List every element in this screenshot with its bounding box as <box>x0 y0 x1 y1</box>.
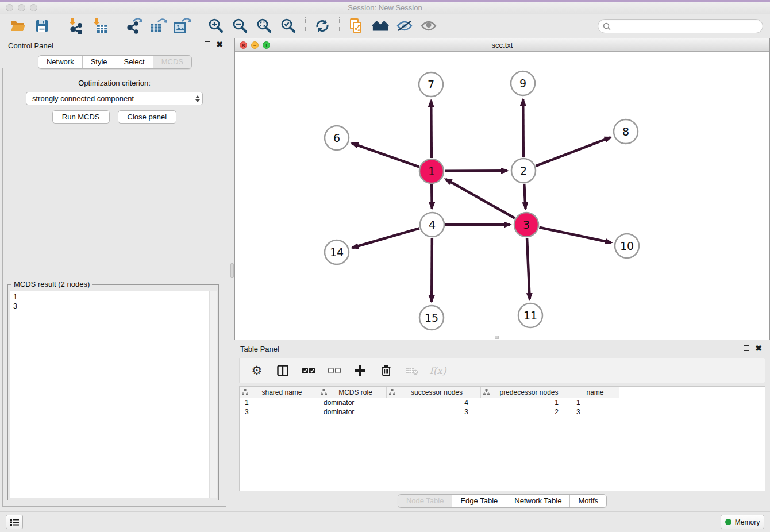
graph-edge-3-1[interactable] <box>445 179 515 218</box>
graph-node-7[interactable]: 7 <box>419 72 443 97</box>
memory-button[interactable]: Memory <box>721 515 764 529</box>
graph-node-10[interactable]: 10 <box>615 234 639 258</box>
graph-node-2[interactable]: 2 <box>511 159 536 183</box>
vertical-splitter[interactable] <box>230 38 234 511</box>
column-header-shared-name[interactable]: shared name <box>240 387 318 398</box>
node-label: 2 <box>520 164 527 177</box>
graph-node-3[interactable]: 3 <box>514 213 538 237</box>
column-label: shared name <box>248 388 315 396</box>
tab-style[interactable]: Style <box>82 56 116 68</box>
search-field[interactable] <box>598 19 763 33</box>
graph-edge-2-3[interactable] <box>524 184 525 209</box>
network-window-titlebar[interactable]: ✕ − + scc.txt <box>235 38 769 52</box>
graph-node-9[interactable]: 9 <box>511 71 535 95</box>
cell-predecessor-nodes[interactable]: 2 <box>481 408 571 416</box>
task-history-button[interactable] <box>6 515 23 529</box>
tab-network-table[interactable]: Network Table <box>506 495 569 507</box>
graph-edge-2-8[interactable] <box>536 137 610 166</box>
save-icon[interactable] <box>33 17 51 34</box>
canvas-resize-handle[interactable] <box>495 336 499 339</box>
open-folder-icon[interactable] <box>9 17 26 34</box>
splitter-handle[interactable] <box>230 263 234 278</box>
column-header-successor-nodes[interactable]: successor nodes <box>387 387 481 398</box>
tab-node-table[interactable]: Node Table <box>398 495 452 507</box>
cell-predecessor-nodes[interactable]: 1 <box>481 399 571 407</box>
node-label: 6 <box>333 132 340 144</box>
cell-MCDS-role[interactable]: dominator <box>318 399 387 407</box>
import-table-icon[interactable] <box>91 17 109 34</box>
node-label: 10 <box>620 240 634 252</box>
graph-edge-4-15[interactable] <box>432 238 432 302</box>
tab-edge-table[interactable]: Edge Table <box>452 495 506 507</box>
hide-selected-icon[interactable] <box>396 17 413 34</box>
show-all-icon[interactable] <box>420 17 437 34</box>
memory-label: Memory <box>735 518 760 526</box>
graph-edge-2-9[interactable] <box>523 99 523 157</box>
node-label: 4 <box>429 218 436 231</box>
column-header-name[interactable]: name <box>571 387 619 398</box>
column-layout-icon[interactable] <box>276 364 290 377</box>
export-network-icon[interactable] <box>125 17 143 34</box>
cell-successor-nodes[interactable]: 4 <box>387 399 481 407</box>
delete-columns-icon[interactable] <box>379 364 393 377</box>
tab-network[interactable]: Network <box>38 56 82 68</box>
first-neighbors-icon[interactable] <box>348 17 365 34</box>
network-canvas[interactable]: 7968124314101511 <box>235 52 769 340</box>
float-panel-icon[interactable] <box>205 41 210 47</box>
cell-name[interactable]: 3 <box>571 408 619 416</box>
run-mcds-button[interactable]: Run MCDS <box>52 110 110 124</box>
deselect-all-icon[interactable] <box>328 364 341 377</box>
export-table-icon[interactable] <box>149 17 167 34</box>
cell-successor-nodes[interactable]: 3 <box>387 408 481 416</box>
cell-MCDS-role[interactable]: dominator <box>318 408 387 416</box>
export-image-icon[interactable] <box>174 17 191 34</box>
import-network-icon[interactable] <box>67 17 84 34</box>
close-table-panel-icon[interactable]: ✖ <box>755 345 762 351</box>
close-panel-icon[interactable]: ✖ <box>216 41 223 47</box>
column-header-predecessor-nodes[interactable]: predecessor nodes <box>481 387 571 398</box>
graph-node-8[interactable]: 8 <box>614 119 638 144</box>
delete-table-icon[interactable] <box>405 364 419 377</box>
table-settings-icon[interactable]: ⚙ <box>250 364 264 377</box>
float-table-panel-icon[interactable] <box>744 345 749 351</box>
column-type-icon <box>321 389 327 395</box>
tab-select[interactable]: Select <box>116 56 153 68</box>
tab-mcds[interactable]: MCDS <box>153 56 191 68</box>
cell-shared-name[interactable]: 3 <box>240 408 318 416</box>
optimization-criterion-select[interactable]: strongly connected component <box>26 92 203 105</box>
close-panel-button[interactable]: Close panel <box>118 110 177 124</box>
home-network-icon[interactable] <box>372 17 389 34</box>
cell-name[interactable]: 1 <box>571 399 619 407</box>
column-header-MCDS-role[interactable]: MCDS role <box>318 387 387 398</box>
node-label: 11 <box>523 309 537 322</box>
function-builder-icon[interactable]: f(x) <box>431 364 445 377</box>
toolbar-separator <box>117 17 117 34</box>
graph-node-14[interactable]: 14 <box>325 240 349 264</box>
graph-edge-4-14[interactable] <box>352 228 419 248</box>
graph-edge-3-11[interactable] <box>527 238 530 299</box>
tab-motifs[interactable]: Motifs <box>569 495 606 507</box>
add-column-icon[interactable] <box>353 364 367 377</box>
result-scrollbar[interactable] <box>209 291 217 498</box>
graph-edge-1-2[interactable] <box>445 171 507 171</box>
zoom-fit-icon[interactable] <box>256 17 273 34</box>
graph-node-4[interactable]: 4 <box>420 213 444 237</box>
apply-layout-icon[interactable] <box>314 17 331 34</box>
table-row[interactable]: 1dominator411 <box>240 398 765 407</box>
graph-edge-1-7[interactable] <box>431 101 432 158</box>
mcds-result-list[interactable]: 1 3 <box>10 291 217 498</box>
graph-node-15[interactable]: 15 <box>419 306 444 330</box>
cell-shared-name[interactable]: 1 <box>240 399 318 407</box>
graph-edge-3-10[interactable] <box>540 228 611 242</box>
graph-edge-1-6[interactable] <box>352 143 419 167</box>
graph-node-11[interactable]: 11 <box>518 303 542 327</box>
zoom-in-icon[interactable] <box>207 17 225 34</box>
search-input[interactable] <box>614 22 763 30</box>
zoom-selected-icon[interactable] <box>280 17 297 34</box>
graph-node-6[interactable]: 6 <box>325 126 349 150</box>
table-row[interactable]: 3dominator323 <box>240 407 765 417</box>
select-all-icon[interactable] <box>302 364 315 377</box>
zoom-out-icon[interactable] <box>232 17 249 34</box>
graph-node-1[interactable]: 1 <box>419 159 444 183</box>
toolbar-separator <box>59 17 59 34</box>
